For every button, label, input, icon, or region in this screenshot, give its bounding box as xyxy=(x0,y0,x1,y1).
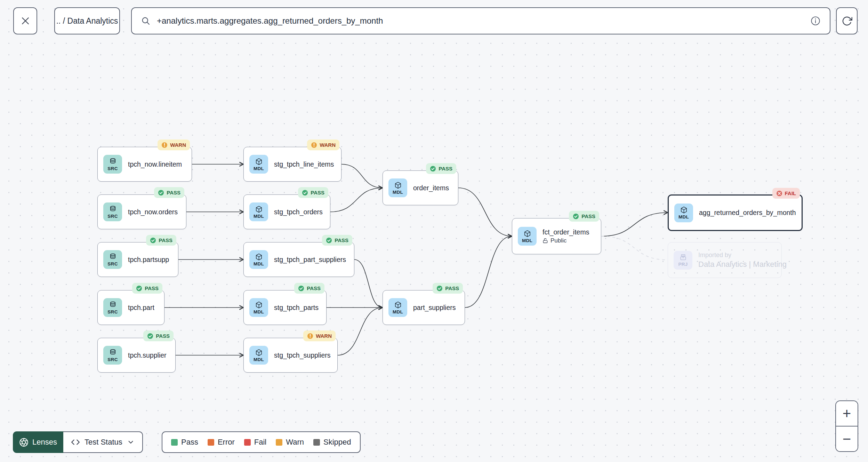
node-kind-badge: MDL xyxy=(249,346,268,365)
node-kind-label: SRC xyxy=(107,214,118,219)
status-badge: PASS xyxy=(154,187,184,198)
node-access-row: Public xyxy=(542,237,589,244)
node-label: stg_tpch_parts xyxy=(274,304,319,312)
node-text: Imported byData Analytics | Marketing xyxy=(698,252,776,269)
legend-swatch xyxy=(313,439,320,446)
node-kind-label: MDL xyxy=(254,214,264,219)
database-icon xyxy=(109,205,117,213)
pass-icon xyxy=(573,213,579,220)
node-text: order_items xyxy=(413,184,449,192)
lineage-edge xyxy=(338,308,383,355)
lenses-button[interactable]: Lenses xyxy=(13,431,63,453)
status-label: PASS xyxy=(145,285,159,291)
node-fct-order-items[interactable]: PASSMDLfct_order_itemsPublic xyxy=(512,218,601,254)
node-kind-badge: MDL xyxy=(249,298,268,317)
node-label: order_items xyxy=(413,184,449,192)
node-kind-label: MDL xyxy=(254,166,264,171)
lineage-canvas[interactable]: WARNSRCtpch_now.lineitemWARNMDLstg_tpch_… xyxy=(0,0,868,462)
node-kind-label: SRC xyxy=(107,166,118,171)
node-kind-badge: MDL xyxy=(249,250,268,269)
node-stg-tpch-part-suppliers[interactable]: PASSMDLstg_tpch_part_suppliers xyxy=(243,242,354,277)
cube-icon xyxy=(680,206,688,214)
node-label: tpch_now.lineitem xyxy=(128,160,182,168)
legend-item-pass: Pass xyxy=(171,438,198,447)
status-badge: PASS xyxy=(569,211,599,222)
node-tpch-now-lineitem[interactable]: WARNSRCtpch_now.lineitem xyxy=(97,147,192,182)
node-label: stg_tpch_line_items xyxy=(274,160,334,168)
status-label: PASS xyxy=(156,333,170,339)
node-text: tpch.partsupp xyxy=(128,256,169,264)
lenses-label: Lenses xyxy=(32,438,57,447)
node-text: tpch_now.lineitem xyxy=(128,160,182,168)
node-label: tpch.partsupp xyxy=(128,256,169,264)
node-access-label: Public xyxy=(550,237,566,244)
node-stg-tpch-parts[interactable]: PASSMDLstg_tpch_parts xyxy=(243,290,327,325)
node-text: fct_order_itemsPublic xyxy=(542,228,589,244)
node-stg-tpch-orders[interactable]: PASSMDLstg_tpch_orders xyxy=(243,194,330,229)
node-stg-tpch-suppliers[interactable]: WARNMDLstg_tpch_suppliers xyxy=(243,338,338,373)
node-text: part_suppliers xyxy=(413,304,456,312)
status-badge: PASS xyxy=(426,163,456,174)
warn-icon xyxy=(307,333,313,339)
node-kind-badge: MDL xyxy=(388,298,407,317)
plus-icon: + xyxy=(843,405,851,422)
node-kind-label: MDL xyxy=(254,357,264,362)
legend-swatch xyxy=(171,439,178,446)
pass-icon xyxy=(136,285,142,292)
node-label: Data Analytics | Marketing xyxy=(698,260,776,269)
lens-selector-label: Test Status xyxy=(85,438,122,447)
database-icon xyxy=(109,349,117,357)
node-tpch-partsupp[interactable]: PASSSRCtpch.partsupp xyxy=(97,242,178,277)
legend-label: Error xyxy=(218,438,235,447)
code-icon xyxy=(71,438,80,447)
node-tpch-now-orders[interactable]: PASSSRCtpch_now.orders xyxy=(97,194,186,229)
node-kind-label: SRC xyxy=(107,357,118,362)
node-imported-by-project[interactable]: PRJImported byData Analytics | Marketing xyxy=(668,242,782,278)
status-label: WARN xyxy=(320,142,336,148)
node-text: tpch.part xyxy=(128,304,154,312)
pass-icon xyxy=(430,166,436,172)
node-text: stg_tpch_suppliers xyxy=(274,351,331,359)
node-label: fct_order_items xyxy=(542,228,589,236)
lineage-edge-dashed xyxy=(601,236,668,260)
legend-item-error: Error xyxy=(208,438,235,447)
status-label: PASS xyxy=(335,237,348,243)
status-badge: PASS xyxy=(433,283,463,294)
legend-swatch xyxy=(276,439,282,446)
database-icon xyxy=(109,253,117,261)
zoom-in-button[interactable]: + xyxy=(836,401,858,426)
node-kind-badge: MDL xyxy=(674,204,693,222)
node-part-suppliers[interactable]: PASSMDLpart_suppliers xyxy=(383,290,465,325)
zoom-out-button[interactable]: − xyxy=(836,427,858,451)
lineage-edge xyxy=(341,164,383,188)
lineage-edge xyxy=(458,188,512,236)
chevron-down-icon xyxy=(127,438,135,446)
lens-selector-dropdown[interactable]: Test Status xyxy=(63,431,143,453)
node-agg-returned-orders-by-month[interactable]: FAILMDLagg_returned_orders_by_month xyxy=(668,194,803,231)
minus-icon: − xyxy=(843,431,851,447)
node-text: stg_tpch_parts xyxy=(274,304,319,312)
node-kind-label: SRC xyxy=(107,309,118,314)
status-badge: WARN xyxy=(303,330,336,341)
lens-controls: Lenses Test Status xyxy=(13,431,143,453)
node-kind-label: MDL xyxy=(393,309,403,314)
node-label: stg_tpch_part_suppliers xyxy=(274,256,346,264)
node-order-items[interactable]: PASSMDLorder_items xyxy=(383,170,458,205)
status-badge: PASS xyxy=(146,235,176,246)
node-stg-tpch-line-items[interactable]: WARNMDLstg_tpch_line_items xyxy=(243,147,341,182)
status-label: FAIL xyxy=(785,190,796,196)
node-kind-label: PRJ xyxy=(678,262,688,267)
node-text: stg_tpch_orders xyxy=(274,208,323,216)
cube-icon xyxy=(255,301,263,309)
node-tpch-supplier[interactable]: PASSSRCtpch.supplier xyxy=(97,338,176,373)
node-tpch-part[interactable]: PASSSRCtpch.part xyxy=(97,290,164,325)
lineage-edge xyxy=(330,188,383,212)
status-label: PASS xyxy=(159,237,172,243)
status-label: PASS xyxy=(581,213,595,219)
legend-swatch xyxy=(244,439,251,446)
node-label: agg_returned_orders_by_month xyxy=(699,209,796,217)
lineage-view: WARNSRCtpch_now.lineitemWARNMDLstg_tpch_… xyxy=(0,0,868,462)
node-kind-badge: SRC xyxy=(103,202,122,221)
lineage-edge xyxy=(465,236,512,308)
legend-label: Skipped xyxy=(323,438,351,447)
